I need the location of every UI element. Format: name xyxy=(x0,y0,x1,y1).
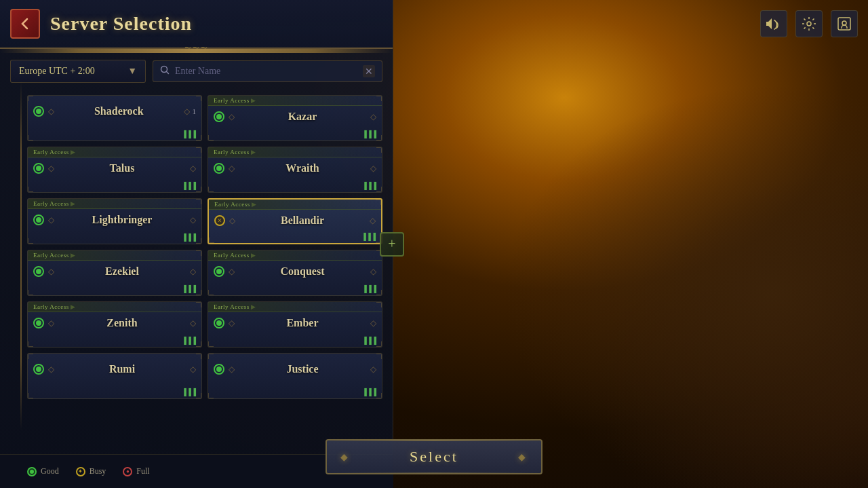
diamond-left-icon: ◇ xyxy=(229,267,235,277)
signal-bars-icon: ▐▐▐ xyxy=(182,182,196,189)
server-card-body: ◇ Wraith ◇ xyxy=(208,158,382,179)
diamond-left-icon: ◇ xyxy=(48,267,54,277)
busy-icon xyxy=(76,467,85,476)
status-dot xyxy=(33,318,44,329)
early-access-badge: Early Access xyxy=(208,302,382,312)
early-access-badge: Early Access xyxy=(208,96,382,106)
server-name: Conquest xyxy=(237,265,368,278)
server-card-ezekiel[interactable]: Early Access ◇ Ezekiel ◇ ▐▐▐ xyxy=(27,250,202,296)
server-card-body: ◇ Lightbringer ◇ xyxy=(28,210,201,230)
search-box: ✕ xyxy=(153,60,382,82)
diamond-left-icon: ◇ xyxy=(229,216,235,226)
region-label: Europe UTC + 2:00 xyxy=(19,66,95,77)
header: Server Selection xyxy=(0,0,393,49)
server-name: Shaderock xyxy=(57,105,181,117)
server-card-body: ◇ Shaderock ◇ 1 xyxy=(28,96,201,121)
signal-bars-icon: ▐▐▐ xyxy=(361,233,376,240)
early-access-badge: Early Access xyxy=(28,302,201,312)
signal-bars-icon: ▐▐▐ xyxy=(362,337,376,344)
server-card-body: ◇ Rumi ◇ xyxy=(28,354,201,379)
status-dot xyxy=(214,163,224,174)
diamond-right-icon: ◇ xyxy=(190,267,196,277)
select-button[interactable]: ◆ Select ◆ xyxy=(326,439,542,474)
signal-bars-icon: ▐▐▐ xyxy=(182,130,196,138)
server-name: Talus xyxy=(57,162,187,174)
diamond-right-icon: ◇ xyxy=(190,215,196,225)
diamond-right-icon: ◇ xyxy=(184,107,190,117)
settings-icon[interactable] xyxy=(795,10,823,37)
status-dot xyxy=(33,106,44,117)
diamond-left-icon: ◇ xyxy=(229,164,235,174)
diamond-right-icon: ◇ xyxy=(370,267,376,277)
early-access-badge: Early Access xyxy=(28,250,201,261)
full-label: Full xyxy=(136,466,149,476)
server-name: Rumi xyxy=(57,363,187,375)
early-access-badge: Early Access xyxy=(28,199,201,209)
expand-button[interactable]: + xyxy=(380,232,404,257)
early-access-badge: Early Access xyxy=(209,200,381,210)
server-card-zenith[interactable]: Early Access ◇ Zenith ◇ ▐▐▐ xyxy=(27,301,202,348)
diamond-left-icon: ◇ xyxy=(229,364,235,375)
sound-icon[interactable] xyxy=(760,10,787,37)
server-card-wraith[interactable]: Early Access ◇ Wraith ◇ ▐▐▐ xyxy=(208,147,382,193)
good-icon xyxy=(27,467,37,476)
server-card-kazar[interactable]: Early Access ◇ Kazar ◇ ▐▐▐ xyxy=(208,95,382,141)
early-access-badge: Early Access xyxy=(208,250,382,261)
server-card-shaderock[interactable]: ◇ Shaderock ◇ 1 ▐▐▐ xyxy=(27,95,202,141)
diamond-left-icon: ◇ xyxy=(48,164,54,174)
dropdown-arrow-icon: ▼ xyxy=(127,66,137,77)
status-dot xyxy=(214,111,224,122)
server-name: Justice xyxy=(237,363,368,375)
page-title: Server Selection xyxy=(50,13,192,35)
server-list: ◇ Shaderock ◇ 1 ▐▐▐Early Access ◇ Kazar … xyxy=(0,90,393,405)
server-card-justice[interactable]: ◇ Justice ◇ ▐▐▐ xyxy=(208,353,382,399)
svg-point-0 xyxy=(807,22,811,26)
search-input[interactable] xyxy=(175,66,357,77)
select-button-label: Select xyxy=(410,448,458,466)
search-clear-button[interactable]: ✕ xyxy=(363,65,375,77)
server-card-rumi[interactable]: ◇ Rumi ◇ ▐▐▐ xyxy=(27,353,202,399)
status-dot xyxy=(33,364,44,375)
server-card-body: ◇ Justice ◇ xyxy=(208,354,382,379)
diamond-left-icon: ◇ xyxy=(229,112,235,122)
server-card-bellandir[interactable]: Early Access ◇ Bellandir ◇ ▐▐▐ xyxy=(208,198,382,244)
server-card-lightbringer[interactable]: Early Access ◇ Lightbringer ◇ ▐▐▐ xyxy=(27,198,202,244)
signal-bars-icon: ▐▐▐ xyxy=(362,285,376,293)
status-dot xyxy=(33,266,44,277)
server-card-talus[interactable]: Early Access ◇ Talus ◇ ▐▐▐ xyxy=(27,147,202,193)
diamond-right-icon: ◇ xyxy=(190,364,196,375)
signal-bars-icon: ▐▐▐ xyxy=(182,388,196,396)
profile-icon[interactable] xyxy=(831,10,858,37)
signal-bars-icon: ▐▐▐ xyxy=(182,285,196,293)
signal-bars-icon: ▐▐▐ xyxy=(182,337,196,344)
signal-bars-icon: ▐▐▐ xyxy=(362,388,376,396)
status-busy: Busy xyxy=(76,466,106,476)
svg-point-2 xyxy=(842,21,846,25)
diamond-right-icon: ◇ xyxy=(370,364,376,375)
server-card-body: ◇ Ember ◇ xyxy=(208,313,382,333)
status-dot xyxy=(214,364,224,375)
status-dot xyxy=(214,318,224,329)
diamond-left-icon: ◇ xyxy=(48,318,54,329)
background-rocks xyxy=(393,0,868,488)
server-card-body: ◇ Kazar ◇ xyxy=(208,107,382,127)
back-button[interactable] xyxy=(10,9,40,39)
server-name: Lightbringer xyxy=(57,214,187,226)
server-card-body: ◇ Bellandir ◇ xyxy=(209,210,381,231)
server-card-body: ◇ Zenith ◇ xyxy=(28,313,201,333)
select-diamond-right: ◆ xyxy=(518,451,528,463)
diamond-right-icon: ◇ xyxy=(190,318,196,329)
busy-label: Busy xyxy=(90,466,106,476)
server-card-conquest[interactable]: Early Access ◇ Conquest ◇ ▐▐▐ xyxy=(208,250,382,296)
vertical-divider xyxy=(20,81,22,430)
diamond-right-icon: ◇ xyxy=(370,216,376,226)
server-card-body: ◇ Talus ◇ xyxy=(28,158,201,179)
early-access-badge: Early Access xyxy=(28,147,201,157)
server-name: Ezekiel xyxy=(57,265,187,278)
server-name: Kazar xyxy=(237,111,368,123)
server-card-ember[interactable]: Early Access ◇ Ember ◇ ▐▐▐ xyxy=(208,301,382,348)
server-card-body: ◇ Conquest ◇ xyxy=(208,261,382,282)
header-divider xyxy=(0,49,393,53)
diamond-right-icon: ◇ xyxy=(370,164,376,174)
region-dropdown[interactable]: Europe UTC + 2:00 ▼ xyxy=(10,60,146,83)
